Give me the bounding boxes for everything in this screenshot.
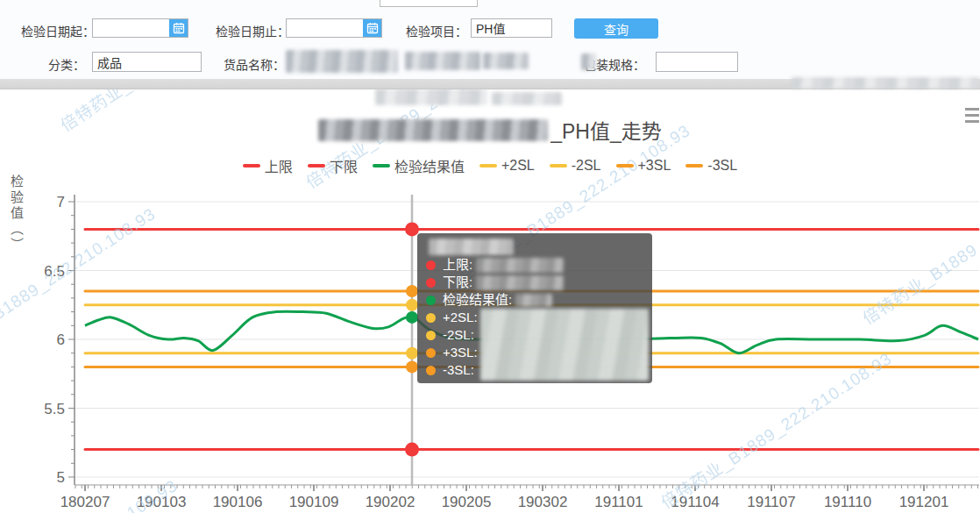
product-name-label: 货品名称： bbox=[224, 55, 285, 73]
x-tick-label: 190302 bbox=[518, 494, 568, 510]
legend-swatch-red bbox=[243, 164, 260, 167]
yellow-dot-icon bbox=[426, 313, 436, 323]
red-dot-icon bbox=[426, 260, 436, 270]
redacted-text bbox=[492, 92, 562, 105]
redacted-text bbox=[483, 53, 529, 69]
date-to-label: 检验日期止： bbox=[216, 22, 289, 39]
tooltip-row: 检验结果值: bbox=[426, 291, 647, 309]
tooltip-row: 上限: bbox=[426, 256, 647, 274]
clipped-popup-fragment bbox=[380, 0, 478, 7]
highlight-dot--2SL bbox=[406, 347, 418, 360]
redacted-tooltip-values bbox=[480, 309, 649, 381]
redacted-text bbox=[405, 52, 480, 70]
redacted-text bbox=[581, 53, 596, 70]
date-from-field bbox=[92, 18, 188, 38]
query-button[interactable]: 查询 bbox=[574, 18, 658, 39]
highlight-dot-检验结果值 bbox=[406, 311, 418, 324]
y-tick-label: 5.5 bbox=[44, 401, 65, 417]
legend-item-plus2sl[interactable]: +2SL bbox=[479, 158, 535, 174]
test-item-input[interactable] bbox=[471, 18, 552, 38]
y-axis-name: 检验值（） bbox=[7, 175, 25, 253]
legend-item-upper-limit[interactable]: 上限 bbox=[243, 155, 293, 176]
test-item-label: 检验项目： bbox=[406, 22, 467, 39]
green-dot-icon bbox=[426, 296, 436, 305]
x-tick-label: 190103 bbox=[137, 494, 187, 510]
x-tick-label: 190109 bbox=[289, 494, 339, 510]
redacted-value bbox=[476, 258, 564, 273]
chart-title-text: _PH值_走势 bbox=[550, 115, 662, 145]
orange-dot-icon bbox=[426, 366, 436, 375]
qc-trend-page: 55.566.571802071901031901061901091902021… bbox=[0, 0, 980, 513]
x-tick-label: 191201 bbox=[899, 494, 949, 510]
x-tick-label: 191110 bbox=[824, 494, 871, 510]
legend-item-minus2sl[interactable]: -2SL bbox=[550, 158, 601, 174]
highlight-dot-+2SL bbox=[406, 299, 418, 311]
y-tick-label: 6.5 bbox=[44, 263, 65, 280]
legend-swatch-yellow bbox=[550, 164, 567, 167]
category-label: 分类： bbox=[48, 55, 85, 73]
chart-legend: 上限 下限 检验结果值 +2SL -2SL +3SL -3SL bbox=[0, 155, 980, 176]
hamburger-menu-icon[interactable] bbox=[965, 108, 980, 126]
x-tick-label: 190106 bbox=[213, 494, 263, 510]
yellow-dot-icon bbox=[426, 331, 436, 340]
legend-swatch-orange bbox=[616, 164, 634, 167]
legend-item-plus3sl[interactable]: +3SL bbox=[616, 158, 671, 174]
legend-swatch-orange bbox=[685, 164, 703, 167]
y-tick-label: 6 bbox=[57, 331, 65, 348]
calendar-icon bbox=[366, 22, 379, 34]
filter-toolbar: 检验日期起： 检验日期止： bbox=[0, 0, 980, 79]
x-tick-label: 191107 bbox=[747, 494, 795, 510]
calendar-icon bbox=[173, 22, 185, 34]
date-to-input[interactable] bbox=[287, 19, 364, 37]
x-tick-label: 191104 bbox=[671, 494, 719, 510]
legend-swatch-yellow bbox=[479, 164, 497, 167]
redacted-product-name-value bbox=[286, 50, 398, 73]
date-to-calendar-button[interactable] bbox=[363, 19, 381, 37]
date-from-input[interactable] bbox=[93, 19, 170, 37]
date-to-field bbox=[286, 18, 382, 38]
highlight-dot--3SL bbox=[406, 360, 418, 373]
chart-tooltip: 上限: 下限: 检验结果值: +2SL: -2SL: +3SL: -3SL: bbox=[417, 233, 652, 383]
y-tick-label: 5 bbox=[57, 469, 65, 486]
chart-title: _PH值_走势 bbox=[0, 115, 980, 145]
x-tick-label: 190205 bbox=[442, 494, 492, 510]
category-input[interactable] bbox=[92, 52, 202, 72]
legend-item-minus3sl[interactable]: -3SL bbox=[685, 158, 737, 174]
date-from-label: 检验日期起： bbox=[21, 22, 95, 39]
legend-item-result-value[interactable]: 检验结果值 bbox=[373, 155, 465, 176]
redacted-value bbox=[476, 275, 564, 290]
orange-dot-icon bbox=[426, 348, 436, 358]
legend-swatch-red bbox=[308, 164, 325, 167]
redacted-tooltip-header bbox=[429, 239, 514, 255]
legend-item-lower-limit[interactable]: 下限 bbox=[308, 155, 358, 176]
date-from-calendar-button[interactable] bbox=[169, 19, 188, 37]
redacted-title-prefix bbox=[318, 119, 548, 141]
x-tick-label: 191101 bbox=[594, 494, 643, 510]
red-dot-icon bbox=[426, 278, 436, 288]
redacted-text bbox=[375, 89, 487, 105]
redacted-text bbox=[792, 77, 980, 89]
redacted-value bbox=[515, 294, 552, 307]
x-tick-label: 190202 bbox=[366, 494, 415, 510]
highlight-dot-下限 bbox=[405, 443, 419, 457]
legend-swatch-green bbox=[373, 164, 390, 167]
highlight-dot-+3SL bbox=[406, 285, 418, 297]
package-spec-input[interactable] bbox=[656, 52, 738, 72]
x-tick-label: 180207 bbox=[60, 494, 110, 510]
tooltip-row: 下限: bbox=[426, 274, 647, 291]
y-tick-label: 7 bbox=[57, 194, 65, 210]
